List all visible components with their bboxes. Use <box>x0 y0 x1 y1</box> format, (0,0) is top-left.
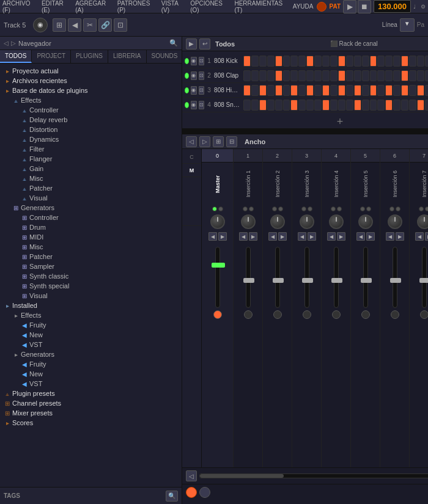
mixer-track-header-ins4[interactable]: 4 <box>322 149 350 163</box>
beat-step-1-8[interactable] <box>306 70 314 81</box>
tree-item-generators[interactable]: ⊞Generators <box>0 203 182 213</box>
mixer-track-header-ins3[interactable]: 3 <box>292 149 321 163</box>
menu-herramientas[interactable]: HERRAMIENTAS (T) <box>234 0 289 13</box>
tree-item-inst-effects[interactable]: ▸Effects <box>0 310 182 320</box>
beat-step-2-20[interactable] <box>401 85 408 96</box>
beat-step-3-16[interactable] <box>370 100 377 111</box>
tree-item-gen-patcher[interactable]: ⊞Patcher <box>0 252 182 261</box>
beat-led-0[interactable] <box>185 58 189 64</box>
mixer-pan-ins1[interactable] <box>241 214 256 229</box>
beat-step-3-21[interactable] <box>409 100 416 111</box>
tree-item-dynamics[interactable]: ⟁Dynamics <box>0 134 182 144</box>
beat-step-0-21[interactable] <box>409 56 416 67</box>
mixer-bottom-btn-ins5[interactable] <box>361 310 370 319</box>
mixer-expand-btn[interactable]: ⊞ <box>213 136 224 147</box>
beat-step-3-8[interactable] <box>306 100 314 111</box>
tree-item-delay[interactable]: ⟁Delay reverb <box>0 115 182 125</box>
beat-step-1-20[interactable] <box>401 70 408 81</box>
beat-step-3-17[interactable] <box>377 100 385 111</box>
beat-step-3-4[interactable] <box>275 100 282 111</box>
tree-item-synth-classic[interactable]: ⊞Synth classic <box>0 271 182 281</box>
tree-item-fruity[interactable]: ◀Fruity <box>0 320 182 330</box>
mixer-bottom-btn-ins2[interactable] <box>273 310 282 319</box>
beat-step-0-18[interactable] <box>385 56 393 67</box>
mixer-track-header-ins1[interactable]: 1 <box>234 149 262 163</box>
tool-btn-3[interactable]: ✂ <box>83 18 97 32</box>
mixer-arrow-l-ins7[interactable]: ◀ <box>415 232 424 241</box>
beat-mute-btn-1[interactable]: ◉ <box>191 71 197 80</box>
beat-step-2-10[interactable] <box>322 85 330 96</box>
tree-item-gain[interactable]: ⟁Gain <box>0 164 182 173</box>
bpm-display[interactable]: 130.000 <box>374 0 411 13</box>
tree-item-gen-fruity[interactable]: ◀Fruity <box>0 359 182 369</box>
toolbar-icon-stop[interactable]: ⏹ <box>358 0 371 13</box>
menu-opciones[interactable]: OPCIONES (O) <box>190 0 231 13</box>
beat-led-1[interactable] <box>185 73 189 79</box>
beat-step-1-13[interactable] <box>346 70 353 81</box>
beat-step-3-1[interactable] <box>251 100 259 111</box>
mixer-track-header-ins5[interactable]: 5 <box>351 149 380 163</box>
beat-step-3-2[interactable] <box>259 100 267 111</box>
mixer-arrow-l-ins3[interactable]: ◀ <box>298 232 306 241</box>
beat-step-2-23[interactable] <box>425 85 428 96</box>
beat-step-3-22[interactable] <box>417 100 424 111</box>
mixer-arrow-r-ins3[interactable]: ▶ <box>308 232 316 241</box>
beat-step-1-19[interactable] <box>393 70 400 81</box>
beat-step-0-2[interactable] <box>259 56 267 67</box>
mixer-pan-ins7[interactable] <box>417 214 429 229</box>
mixer-bottom-btn-ins3[interactable] <box>303 310 311 319</box>
beat-step-1-6[interactable] <box>290 70 298 81</box>
tree-item-gen-controller[interactable]: ⊞Controller <box>0 213 182 222</box>
mixer-bottom-btn-ins1[interactable] <box>244 310 253 319</box>
beat-step-2-3[interactable] <box>267 85 275 96</box>
beat-solo-btn-3[interactable]: ⊡ <box>199 101 205 109</box>
beat-step-1-2[interactable] <box>259 70 267 81</box>
mixer-arrow-l-ins4[interactable]: ◀ <box>327 232 336 241</box>
tree-item-midi[interactable]: ⊞MIDI <box>0 232 182 242</box>
beat-step-3-10[interactable] <box>322 100 330 111</box>
beat-step-3-5[interactable] <box>283 100 290 111</box>
beat-step-3-18[interactable] <box>385 100 393 111</box>
tab-todos[interactable]: TODOS <box>0 50 32 63</box>
mixer-arrow-l-ins6[interactable]: ◀ <box>386 232 394 241</box>
beat-step-3-15[interactable] <box>362 100 369 111</box>
mixer-next-btn[interactable]: ▷ <box>199 136 210 147</box>
mixer-track-name-ins3[interactable]: Inserción 3 <box>304 163 310 205</box>
beat-step-2-12[interactable] <box>338 85 345 96</box>
menu-ayuda[interactable]: AYUDA <box>293 3 314 10</box>
tree-item-mixer-presets[interactable]: ⊞Mixer presets <box>0 408 182 418</box>
beat-step-2-2[interactable] <box>259 85 267 96</box>
beat-step-1-14[interactable] <box>354 70 361 81</box>
beat-step-3-0[interactable] <box>243 100 251 111</box>
tree-item-synth-special[interactable]: ⊞Synth special <box>0 281 182 291</box>
tree-item-gen-visual[interactable]: ⊞Visual <box>0 291 182 301</box>
beat-step-0-7[interactable] <box>298 56 306 67</box>
mixer-fader-master[interactable] <box>215 247 220 308</box>
mixer-collapse-btn[interactable]: ⊟ <box>226 136 237 147</box>
mixer-arrow-l-ins1[interactable]: ◀ <box>239 232 248 241</box>
beat-step-0-3[interactable] <box>267 56 275 67</box>
tool-btn-4[interactable]: 🔗 <box>98 18 112 32</box>
mixer-prev-btn[interactable]: ◁ <box>186 136 197 147</box>
beat-step-2-5[interactable] <box>283 85 290 96</box>
beat-step-2-17[interactable] <box>377 85 385 96</box>
beat-step-1-22[interactable] <box>417 70 424 81</box>
beat-step-2-6[interactable] <box>290 85 298 96</box>
beat-step-0-22[interactable] <box>417 56 424 67</box>
mixer-pan-ins5[interactable] <box>358 214 373 229</box>
beat-step-1-21[interactable] <box>409 70 416 81</box>
beat-mute-btn-2[interactable]: ◉ <box>191 86 197 95</box>
toolbar-icon-play[interactable]: ▶ <box>343 0 356 13</box>
beat-step-1-18[interactable] <box>385 70 393 81</box>
mixer-fader-ins5[interactable] <box>363 247 368 308</box>
beat-step-0-11[interactable] <box>330 56 338 67</box>
tree-item-channel-presets[interactable]: ⊞Channel presets <box>0 398 182 408</box>
beat-step-3-12[interactable] <box>338 100 345 111</box>
beat-back-btn[interactable]: ↩ <box>199 38 210 49</box>
beat-step-0-1[interactable] <box>251 56 259 67</box>
tree-item-vst[interactable]: ◀VST <box>0 340 182 349</box>
beat-step-2-11[interactable] <box>330 85 338 96</box>
mixer-pan-ins6[interactable] <box>388 214 402 229</box>
beat-step-1-10[interactable] <box>322 70 330 81</box>
beat-step-0-0[interactable] <box>243 56 251 67</box>
